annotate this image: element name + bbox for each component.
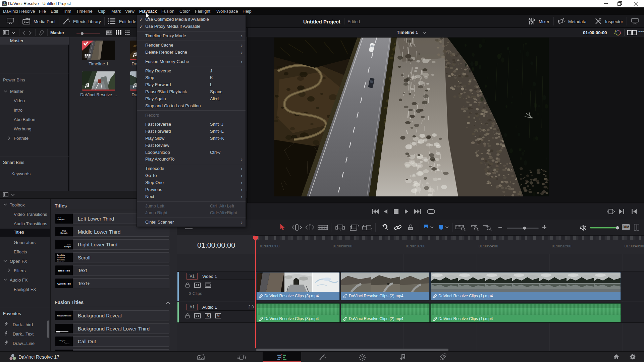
- svg-text:Scroll title: Scroll title: [57, 254, 65, 256]
- svg-text:Sample: Sample: [60, 232, 68, 234]
- svg-text:Sample: Sample: [57, 219, 65, 221]
- svg-text:Scroll title: Scroll title: [57, 261, 64, 263]
- svg-text:Basic Title: Basic Title: [58, 269, 70, 272]
- svg-text:CALLOUT: CALLOUT: [59, 340, 66, 341]
- svg-text:Custom Title: Custom Title: [57, 283, 71, 285]
- svg-text:Scroll title: Scroll title: [57, 256, 65, 258]
- svg-text:Background Reveal: Background Reveal: [57, 315, 71, 317]
- svg-text:Sample: Sample: [64, 246, 71, 248]
